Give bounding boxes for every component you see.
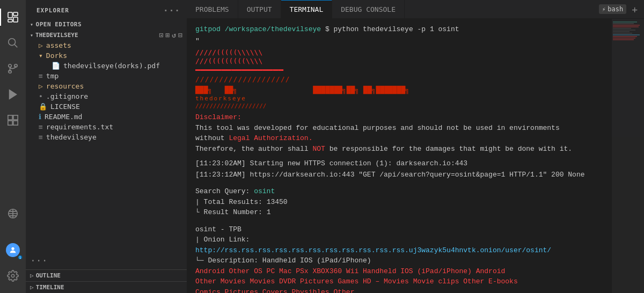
- log-line-2: [11:23:12AM] https://darksearch.io:443 "…: [195, 170, 603, 180]
- open-editors-section[interactable]: ▾ OPEN EDITORS: [26, 19, 187, 30]
- new-file-icon[interactable]: ⊡: [159, 31, 164, 39]
- folder-icon: ▷: [39, 82, 43, 90]
- svg-rect-1: [13, 12, 18, 16]
- run-activity-icon[interactable]: [0, 82, 26, 107]
- new-folder-icon[interactable]: ⊞: [166, 31, 170, 39]
- svg-rect-11: [13, 115, 18, 120]
- minimap[interactable]: [612, 19, 644, 293]
- svg-rect-13: [13, 121, 18, 125]
- workspace-path: /workspace/thedevilseye: [225, 25, 321, 33]
- txt-icon: ≡: [39, 123, 43, 131]
- prompt-path: gitpod: [195, 25, 221, 33]
- activity-bar: 1: [0, 0, 26, 293]
- svg-line-5: [14, 45, 17, 47]
- tab-actions: ⚡ bash +: [599, 4, 644, 15]
- quote-line: ": [195, 36, 603, 47]
- file2-icon: ≡: [39, 133, 43, 141]
- file-readme[interactable]: ℹ README.md: [26, 112, 187, 122]
- timeline-chevron: ▷: [30, 284, 34, 291]
- file-icon: ≡: [39, 72, 43, 80]
- prompt-line: gitpod /workspace/thedevilseye $ python …: [195, 24, 603, 35]
- extensions-activity-icon[interactable]: [0, 107, 26, 133]
- results-section: Search Query: osint | Total Results: 134…: [195, 186, 603, 218]
- file-tmp[interactable]: ≡ tmp: [26, 71, 187, 81]
- project-chevron: ▾: [30, 32, 33, 38]
- svg-marker-9: [10, 90, 17, 99]
- license-icon: 🔒: [39, 102, 47, 111]
- folder-resources[interactable]: ▷ resources: [26, 81, 187, 91]
- remote-activity-icon[interactable]: [0, 201, 26, 226]
- more-dots[interactable]: ···: [26, 252, 187, 269]
- file-license[interactable]: 🔒 LICENSE: [26, 101, 187, 112]
- tab-output[interactable]: OUTPUT: [238, 0, 281, 19]
- file-thedevilseye[interactable]: ≡ thedevilseye: [26, 132, 187, 142]
- explorer-title: EXPLORER ···: [26, 0, 187, 19]
- desc-extra-2: Other Movies Movies DVDR Pictures Games …: [195, 276, 603, 287]
- file-gitignore[interactable]: • .gitignore: [26, 91, 187, 101]
- disclaimer-section: Disclaimer: This tool was developed for …: [195, 112, 603, 154]
- accounts-activity-icon[interactable]: 1: [0, 237, 26, 263]
- search-activity-icon[interactable]: [0, 30, 26, 56]
- tab-terminal[interactable]: TERMINAL: [281, 0, 333, 19]
- tab-bar: PROBLEMS OUTPUT TERMINAL DEBUG CONSOLE ⚡…: [187, 0, 644, 19]
- main-content: PROBLEMS OUTPUT TERMINAL DEBUG CONSOLE ⚡…: [187, 0, 644, 293]
- explorer-more-icon[interactable]: ···: [163, 5, 180, 16]
- file-requirements[interactable]: ≡ requirements.txt: [26, 122, 187, 132]
- log-line-1: [11:23:02AM] Starting new HTTPS connecti…: [195, 158, 603, 169]
- collapse-all-icon[interactable]: ⊟: [178, 31, 182, 39]
- sidebar-bottom: ··· ▷ OUTLINE ▷ TIMELINE: [26, 252, 187, 293]
- svg-rect-10: [8, 115, 12, 120]
- project-header[interactable]: ▾ THEDEVILSEYE ⊡ ⊞ ↺ ⊟: [26, 30, 187, 40]
- svg-point-16: [11, 274, 14, 277]
- ascii-art-logo: ███╗ ██╗ ███████╗██╗ ██╗███████╗ thedork…: [195, 86, 603, 110]
- desc-extra-1: Android Other OS PC Mac PSx XBOX360 Wii …: [195, 266, 603, 277]
- file-dorks-pdf[interactable]: 📄 thedevilseye(dorks).pdf: [26, 61, 187, 71]
- folder-assets[interactable]: ▷ assets: [26, 40, 187, 50]
- svg-rect-12: [8, 121, 12, 125]
- terminal-content[interactable]: gitpod /workspace/thedevilseye $ python …: [187, 19, 612, 293]
- folder-icon: ▷: [39, 41, 43, 49]
- log-section: [11:23:02AM] Starting new HTTPS connecti…: [195, 158, 603, 180]
- svg-rect-3: [8, 19, 12, 22]
- folder-dorks[interactable]: ▾ Dorks: [26, 50, 187, 61]
- folder-open-icon: ▾: [39, 52, 43, 60]
- svg-rect-0: [8, 12, 12, 18]
- terminal-wrapper: gitpod /workspace/thedevilseye $ python …: [187, 19, 644, 293]
- result-entry: osint - TPB | Onion Link: http://rss.rss…: [195, 224, 603, 293]
- project-icons: ⊡ ⊞ ↺ ⊟: [159, 31, 182, 39]
- new-terminal-button[interactable]: +: [630, 4, 640, 15]
- sidebar: EXPLORER ··· ▾ OPEN EDITORS ▾ THEDEVILSE…: [26, 0, 187, 293]
- svg-point-15: [11, 247, 14, 250]
- svg-point-4: [9, 39, 16, 46]
- tab-problems[interactable]: PROBLEMS: [187, 0, 238, 19]
- outline-section[interactable]: ▷ OUTLINE: [26, 269, 187, 281]
- file-tree: ▷ assets ▾ Dorks 📄 thedevilseye(dorks).p…: [26, 40, 187, 142]
- prompt-command: python thedevilseye -p 1 osint: [333, 25, 459, 33]
- ascii-art: /////(((((\\\\\\ ///(((((((((\\\\ ━━━━━━…: [195, 48, 603, 84]
- refresh-icon[interactable]: ↺: [172, 31, 176, 39]
- settings-activity-icon[interactable]: [0, 263, 26, 289]
- info-icon: ℹ: [39, 113, 41, 121]
- minimap-content: [612, 19, 644, 293]
- open-editors-chevron: ▾: [30, 21, 34, 27]
- git-icon: •: [39, 92, 43, 100]
- bash-label: ⚡ bash: [599, 4, 627, 14]
- outline-chevron: ▷: [30, 272, 34, 279]
- desc-extra-3: Comics Pictures Covers Physibles Other: [195, 287, 603, 293]
- svg-point-6: [9, 64, 12, 68]
- tab-debug-console[interactable]: DEBUG CONSOLE: [332, 0, 405, 19]
- timeline-section[interactable]: ▷ TIMELINE: [26, 281, 187, 293]
- pdf-icon: 📄: [52, 62, 60, 70]
- source-control-activity-icon[interactable]: [0, 56, 26, 82]
- bash-icon: ⚡: [602, 6, 606, 13]
- explorer-activity-icon[interactable]: [0, 4, 26, 30]
- project-header-left: ▾ THEDEVILSEYE: [30, 32, 78, 39]
- svg-rect-2: [13, 17, 18, 22]
